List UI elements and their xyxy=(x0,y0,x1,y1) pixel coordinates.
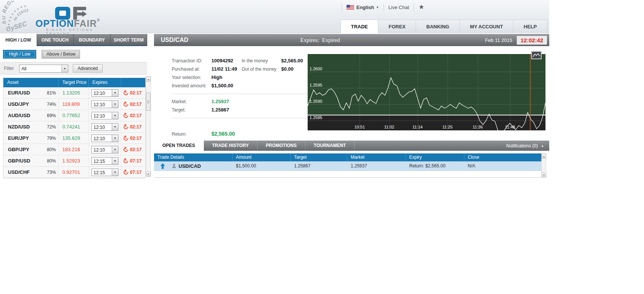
svg-text:10:51: 10:51 xyxy=(354,125,365,129)
nav-tab-my-account[interactable]: MY ACCOUNT xyxy=(459,20,513,33)
chevron-down-icon: ▼ xyxy=(62,65,68,72)
transaction-id-label: Transaction ID: xyxy=(172,58,202,63)
svg-text:11:14: 11:14 xyxy=(413,125,423,129)
asset-countdown: 07:17 xyxy=(130,158,142,164)
asset-payout: 69% xyxy=(47,113,56,118)
scroll-thumb[interactable] xyxy=(146,93,151,111)
high-low-mode-button[interactable]: High / Low xyxy=(3,50,36,59)
scroll-down-arrow[interactable]: ▼ xyxy=(146,172,151,176)
return-label: Return: xyxy=(172,132,186,137)
expiry-select[interactable]: 12:10▼ xyxy=(91,135,119,142)
optionfair-app: EU REGULATED № 216/13 ★ ★ ★ ★ ★ ★ ★ ★ ★ … xyxy=(0,0,549,294)
asset-name: GBP/USD xyxy=(8,158,47,164)
asset-name: NZD/USD xyxy=(8,124,47,130)
tab-one-touch[interactable]: ONE TOUCH xyxy=(37,34,74,45)
chevron-down-icon: ▼ xyxy=(112,124,118,130)
tab-short-term[interactable]: SHORT TERM xyxy=(111,34,148,45)
tab-high-low[interactable]: HIGH / LOW xyxy=(0,34,37,45)
invested-value: $1,500.00 xyxy=(211,83,233,88)
above-below-mode-button[interactable]: Above / Below xyxy=(42,50,80,59)
out-money-label: Out of the money xyxy=(242,67,276,72)
direction-up-icon xyxy=(160,163,165,169)
nav-tab-trade[interactable]: TRADE xyxy=(340,20,379,33)
open-trades-header: Trade Details Amount Target Market Expir… xyxy=(154,153,541,161)
asset-payout: 72% xyxy=(47,124,56,130)
instrument-panel: HIGH / LOW ONE TOUCH BOUNDARY SHORT TERM… xyxy=(0,34,151,178)
expiry-select[interactable]: 12:10▼ xyxy=(91,112,119,119)
asset-target-price: 119.809 xyxy=(62,101,80,107)
tab-trade-history[interactable]: TRADE HISTORY xyxy=(204,141,257,151)
trade-details-panel: Transaction ID: 10094292 In the money $2… xyxy=(154,46,549,141)
favorites-star-icon[interactable]: ★ xyxy=(419,3,424,11)
scroll-up-arrow[interactable]: ▲ xyxy=(146,77,151,82)
trade-market: 1.25937 xyxy=(347,163,406,169)
asset-target-price: 0.74241 xyxy=(62,124,80,130)
brand-wordmark: OPTIONFAIR® xyxy=(35,18,100,29)
chevron-down-icon: ▼ xyxy=(112,90,118,96)
asset-name: GBP/JPY xyxy=(8,147,47,152)
live-chat-link[interactable]: Live Chat xyxy=(388,5,409,10)
countdown-icon xyxy=(123,113,129,118)
chevron-down-icon: ▼ xyxy=(112,146,118,153)
out-money-value: $0.00 xyxy=(281,66,294,72)
asset-payout: 73% xyxy=(47,170,56,175)
tab-promotions[interactable]: PROMOTIONS xyxy=(257,141,305,151)
asset-row[interactable]: USD/CHF73%0.9270112:15▼07:17 xyxy=(3,167,145,178)
asset-payout: 79% xyxy=(47,136,56,141)
tab-boundary[interactable]: BOUNDARY xyxy=(74,34,111,45)
col-header-countdown xyxy=(121,78,145,87)
col-header-expires: Expires xyxy=(89,78,122,87)
nav-tab-forex[interactable]: FOREX xyxy=(378,20,416,33)
open-trades-scrollbar[interactable]: ▲ ▼ xyxy=(541,153,546,178)
expiry-select[interactable]: 12:15▼ xyxy=(91,169,119,176)
asset-row[interactable]: AUD/USD69%0.7765212:10▼02:17 xyxy=(3,110,145,121)
nav-tab-help[interactable]: HELP xyxy=(513,20,547,33)
asset-payout: 74% xyxy=(47,102,56,107)
asset-row[interactable]: EUR/USD81%1.1320512:10▼02:17 xyxy=(3,87,145,99)
in-money-value: $2,565.00 xyxy=(281,58,303,63)
scroll-up-arrow[interactable]: ▲ xyxy=(542,154,546,159)
chevron-down-icon: ▼ xyxy=(112,158,118,164)
asset-countdown: 02:17 xyxy=(130,113,142,118)
asset-row[interactable]: USD/JPY74%119.80912:10▼02:17 xyxy=(3,99,145,110)
asset-target-price: 1.52923 xyxy=(62,158,80,164)
advanced-button[interactable]: Advanced xyxy=(73,64,103,73)
chevron-down-icon: ▼ xyxy=(112,101,118,108)
asset-target-price: 1.13205 xyxy=(62,90,80,96)
top-header: EU REGULATED № 216/13 ★ ★ ★ ★ ★ ★ ★ ★ ★ … xyxy=(0,0,549,33)
col-header-amount: Amount xyxy=(233,153,291,161)
asset-payout: 80% xyxy=(47,158,56,164)
return-value: $2,565.00 xyxy=(211,131,235,137)
trader-person-icon xyxy=(172,164,176,168)
expiry-select[interactable]: 12:15▼ xyxy=(91,157,119,165)
nav-tab-banking[interactable]: BANKING xyxy=(416,20,460,33)
asset-name: USD/CHF xyxy=(8,169,47,175)
asset-row[interactable]: GBP/USD80%1.5292312:15▼07:17 xyxy=(3,155,145,167)
expiry-select[interactable]: 12:10▼ xyxy=(91,101,119,108)
chevron-down-icon: ▼ xyxy=(541,145,544,148)
expiry-select[interactable]: 12:10▼ xyxy=(91,89,119,97)
filter-select[interactable]: All ▼ xyxy=(19,65,68,73)
option-type-tabs: HIGH / LOW ONE TOUCH BOUNDARY SHORT TERM xyxy=(0,34,147,46)
expiry-select[interactable]: 12:10▼ xyxy=(91,123,119,131)
optionfair-logo[interactable]: EU REGULATED № 216/13 ★ ★ ★ ★ ★ ★ ★ ★ ★ … xyxy=(2,0,116,33)
chart-type-button[interactable] xyxy=(532,51,541,59)
trade-panel-header: USD/CAD Expires: Expired Feb 11 2015 12:… xyxy=(154,34,549,46)
divider xyxy=(172,118,308,118)
open-trade-row[interactable]: USD/CAD $1,500.00 1.25867 1.25937 Return… xyxy=(154,161,541,171)
scroll-down-arrow[interactable]: ▼ xyxy=(542,172,546,177)
expiry-select[interactable]: 12:10▼ xyxy=(91,146,119,153)
notifications-dropdown[interactable]: Notifications (0) ▼ xyxy=(506,143,544,149)
countdown-icon xyxy=(123,169,129,175)
asset-target-price: 0.77652 xyxy=(62,113,80,118)
tab-open-trades[interactable]: OPEN TRADES xyxy=(154,141,204,151)
asset-table-scrollbar[interactable]: ▲ ▼ xyxy=(146,76,151,177)
tab-tournament[interactable]: TOURNAMENT xyxy=(305,141,354,151)
asset-countdown: 02:17 xyxy=(130,102,142,107)
in-money-label: In the money xyxy=(242,58,268,63)
asset-row[interactable]: GBP/JPY80%183.21612:10▼02:17 xyxy=(3,144,145,155)
asset-row[interactable]: EUR/JPY79%135.62912:10▼02:17 xyxy=(3,133,145,144)
col-header-trade-details: Trade Details xyxy=(154,153,233,161)
asset-row[interactable]: NZD/USD72%0.7424112:10▼02:17 xyxy=(3,121,145,133)
language-selector[interactable]: English xyxy=(356,5,374,10)
